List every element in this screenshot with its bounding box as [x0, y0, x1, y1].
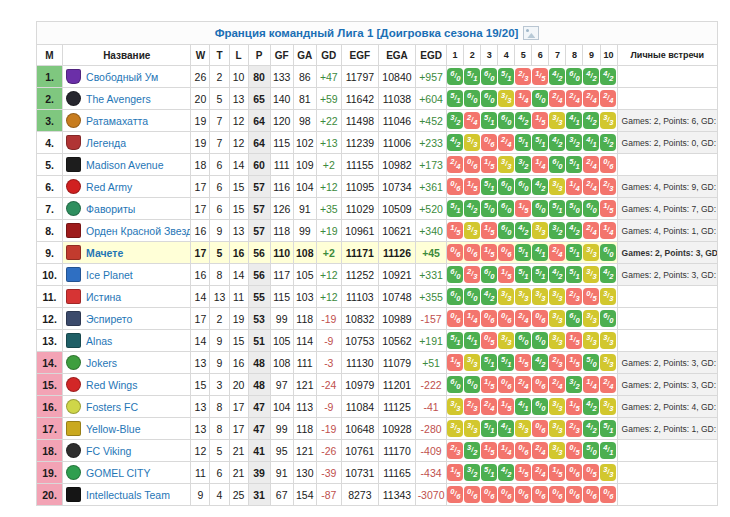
matchup-result-badge[interactable]: 2/4: [447, 156, 463, 173]
matchup-result-badge[interactable]: 0/6: [481, 134, 497, 151]
matchup-result-badge[interactable]: 6/0: [583, 200, 599, 217]
matchup-result-badge[interactable]: 0/6: [600, 486, 616, 503]
matchup-result-badge[interactable]: 5/1: [447, 332, 463, 349]
matchup-result-badge[interactable]: 1/4: [515, 90, 531, 107]
matchup-result-badge[interactable]: 1/5: [515, 200, 531, 217]
league-title-link[interactable]: Франция командный Лига 1 [Доигровка сезо…: [215, 27, 519, 39]
matchup-result-badge[interactable]: 0/6: [464, 486, 480, 503]
matchup-result-badge[interactable]: 3/3: [549, 420, 565, 437]
matchup-result-badge[interactable]: 2/4: [498, 134, 514, 151]
matchup-result-badge[interactable]: 6/0: [566, 310, 582, 327]
matchup-result-badge[interactable]: 4/2: [549, 134, 565, 151]
matchup-result-badge[interactable]: 6/0: [447, 376, 463, 393]
matchup-result-badge[interactable]: 0/6: [532, 420, 548, 437]
matchup-result-badge[interactable]: 3/3: [549, 442, 565, 459]
team-name-link[interactable]: Легенда: [86, 137, 126, 149]
matchup-result-badge[interactable]: 1/5: [481, 222, 497, 239]
matchup-result-badge[interactable]: 3/3: [583, 332, 599, 349]
matchup-result-badge[interactable]: 4/2: [549, 68, 565, 85]
matchup-result-badge[interactable]: 0/6: [498, 376, 514, 393]
matchup-result-badge[interactable]: 4/2: [515, 222, 531, 239]
matchup-result-badge[interactable]: 2/4: [549, 244, 565, 261]
matchup-result-badge[interactable]: 4/2: [549, 266, 565, 283]
matchup-result-badge[interactable]: 0/5: [583, 464, 599, 481]
matchup-result-badge[interactable]: 2/4: [583, 90, 599, 107]
matchup-result-badge[interactable]: 3/3: [498, 332, 514, 349]
matchup-result-badge[interactable]: 5/0: [583, 442, 599, 459]
matchup-result-badge[interactable]: 3/3: [600, 398, 616, 415]
matchup-result-badge[interactable]: 1/4: [566, 178, 582, 195]
matchup-result-badge[interactable]: 4/1: [583, 134, 599, 151]
matchup-result-badge[interactable]: 6/0: [498, 112, 514, 129]
matchup-result-badge[interactable]: 1/5: [532, 112, 548, 129]
matchup-result-badge[interactable]: 4/2: [532, 178, 548, 195]
matchup-result-badge[interactable]: 5/1: [447, 200, 463, 217]
team-name-link[interactable]: Fosters FC: [86, 401, 138, 413]
matchup-result-badge[interactable]: 5/1: [447, 90, 463, 107]
matchup-result-badge[interactable]: 3/2: [464, 442, 480, 459]
matchup-result-badge[interactable]: 1/5: [532, 68, 548, 85]
matchup-result-badge[interactable]: 6/0: [498, 222, 514, 239]
matchup-result-badge[interactable]: 1/5: [481, 244, 497, 261]
matchup-result-badge[interactable]: 4/2: [583, 398, 599, 415]
matchup-result-badge[interactable]: 2/4: [515, 310, 531, 327]
team-name-link[interactable]: Фавориты: [86, 203, 135, 215]
matchup-result-badge[interactable]: 2/3: [566, 420, 582, 437]
matchup-result-badge[interactable]: 3/3: [600, 354, 616, 371]
matchup-result-badge[interactable]: 2/4: [566, 90, 582, 107]
matchup-result-badge[interactable]: 4/2: [583, 420, 599, 437]
matchup-result-badge[interactable]: 1/5: [515, 464, 531, 481]
matchup-result-badge[interactable]: 1/5: [464, 178, 480, 195]
matchup-result-badge[interactable]: 4/1: [532, 244, 548, 261]
matchup-result-badge[interactable]: 5/1: [481, 464, 497, 481]
matchup-result-badge[interactable]: 1/5: [515, 354, 531, 371]
matchup-result-badge[interactable]: 3/3: [600, 288, 616, 305]
matchup-result-badge[interactable]: 0/6: [447, 310, 463, 327]
matchup-result-badge[interactable]: 0/6: [498, 244, 514, 261]
matchup-result-badge[interactable]: 5/1: [481, 420, 497, 437]
matchup-result-badge[interactable]: 3/3: [549, 310, 565, 327]
matchup-result-badge[interactable]: 2/4: [583, 222, 599, 239]
matchup-result-badge[interactable]: 2/3: [566, 288, 582, 305]
matchup-result-badge[interactable]: 0/6: [498, 310, 514, 327]
matchup-result-badge[interactable]: 0/6: [481, 310, 497, 327]
matchup-result-badge[interactable]: 1/4: [583, 376, 599, 393]
matchup-result-badge[interactable]: 3/3: [600, 464, 616, 481]
matchup-result-badge[interactable]: 5/1: [532, 134, 548, 151]
team-name-link[interactable]: Alnas: [86, 335, 112, 347]
matchup-result-badge[interactable]: 6/0: [481, 68, 497, 85]
matchup-result-badge[interactable]: 3/2: [447, 112, 463, 129]
matchup-result-badge[interactable]: 2/4: [549, 90, 565, 107]
matchup-result-badge[interactable]: 3/2: [566, 376, 582, 393]
matchup-result-badge[interactable]: 0/6: [447, 486, 463, 503]
matchup-result-badge[interactable]: 3/3: [583, 266, 599, 283]
matchup-result-badge[interactable]: 3/3: [600, 112, 616, 129]
team-name-link[interactable]: Red Army: [86, 181, 132, 193]
matchup-result-badge[interactable]: 5/1: [532, 266, 548, 283]
matchup-result-badge[interactable]: 2/4: [532, 464, 548, 481]
matchup-result-badge[interactable]: 1/5: [566, 398, 582, 415]
matchup-result-badge[interactable]: 1/5: [498, 398, 514, 415]
matchup-result-badge[interactable]: 0/6: [549, 486, 565, 503]
matchup-result-badge[interactable]: 4/2: [566, 222, 582, 239]
matchup-result-badge[interactable]: 1/5: [600, 200, 616, 217]
matchup-result-badge[interactable]: 2/4: [549, 376, 565, 393]
matchup-result-badge[interactable]: 0/6: [600, 156, 616, 173]
matchup-result-badge[interactable]: 0/6: [566, 464, 582, 481]
team-name-link[interactable]: Ратамахатта: [86, 115, 148, 127]
matchup-result-badge[interactable]: 1/4: [498, 442, 514, 459]
matchup-result-badge[interactable]: 3/3: [464, 354, 480, 371]
matchup-result-badge[interactable]: 0/6: [498, 486, 514, 503]
matchup-result-badge[interactable]: 6/0: [481, 90, 497, 107]
matchup-result-badge[interactable]: 4/2: [583, 68, 599, 85]
team-name-link[interactable]: Истина: [86, 291, 121, 303]
team-name-link[interactable]: FC Viking: [86, 445, 131, 457]
team-name-link[interactable]: Intellectuals Team: [86, 489, 170, 501]
matchup-result-badge[interactable]: 6/0: [447, 68, 463, 85]
matchup-result-badge[interactable]: 0/6: [481, 486, 497, 503]
team-name-link[interactable]: Свободный Ум: [86, 71, 158, 83]
matchup-result-badge[interactable]: 4/2: [481, 288, 497, 305]
matchup-result-badge[interactable]: 5/1: [481, 178, 497, 195]
matchup-result-badge[interactable]: 2/4: [481, 398, 497, 415]
matchup-result-badge[interactable]: 6/0: [549, 156, 565, 173]
